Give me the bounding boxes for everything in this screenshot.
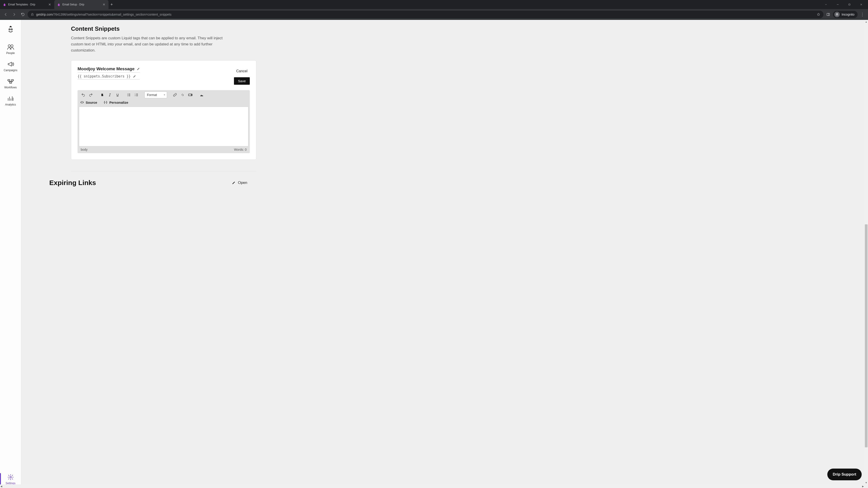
chevron-down-icon[interactable] xyxy=(821,1,831,8)
svg-rect-12 xyxy=(9,82,12,84)
button-insert-icon[interactable] xyxy=(187,92,194,98)
source-tab[interactable]: Source xyxy=(80,101,97,104)
people-icon xyxy=(7,44,14,50)
snippet-card: Moodjoy Welcome Message {{ snippets.Subs… xyxy=(71,60,256,160)
tab-strip: Email Templates · Drip ✕ Email Setup · D… xyxy=(0,0,819,9)
braces-icon xyxy=(103,101,107,104)
snippet-tag-field[interactable]: {{ snippets.Subscribers }} xyxy=(78,74,140,79)
sidebar-item-campaigns[interactable]: Campaigns xyxy=(0,58,21,75)
sidebar-item-label: Campaigns xyxy=(4,69,18,72)
panel-icon[interactable] xyxy=(825,11,832,18)
pencil-icon[interactable] xyxy=(137,67,140,70)
svg-point-23 xyxy=(106,102,106,103)
close-icon[interactable]: ✕ xyxy=(102,3,106,6)
svg-point-9 xyxy=(11,45,13,47)
scroll-left-arrow[interactable]: ◀ xyxy=(0,485,2,488)
snippet-name-field[interactable]: Moodjoy Welcome Message xyxy=(78,66,140,72)
svg-point-16 xyxy=(127,96,128,96)
editor-body[interactable] xyxy=(79,107,248,147)
section-description: Content Snippets are custom Liquid tags … xyxy=(71,35,229,54)
drip-logo[interactable] xyxy=(7,25,14,34)
pencil-icon xyxy=(232,181,236,185)
cancel-button[interactable]: Cancel xyxy=(234,68,250,74)
incognito-icon xyxy=(834,12,840,17)
scrollbar-thumb[interactable] xyxy=(865,224,868,447)
new-tab-button[interactable]: + xyxy=(108,0,115,9)
editor-toolbar: 123 Format xyxy=(78,90,250,100)
tab-email-templates[interactable]: Email Templates · Drip ✕ xyxy=(0,0,54,9)
megaphone-icon xyxy=(7,61,14,67)
browser-titlebar: Email Templates · Drip ✕ Email Setup · D… xyxy=(0,0,868,9)
close-icon[interactable]: ✕ xyxy=(48,3,52,6)
tab-title: Email Setup · Drip xyxy=(62,3,100,6)
maximize-button[interactable] xyxy=(844,1,855,8)
scroll-down-arrow[interactable]: ▼ xyxy=(864,481,868,484)
image-icon[interactable] xyxy=(198,92,205,98)
back-button[interactable] xyxy=(2,11,9,18)
reload-button[interactable] xyxy=(19,11,27,18)
svg-rect-1 xyxy=(827,13,830,16)
expiring-links-title: Expiring Links xyxy=(49,179,96,187)
svg-point-22 xyxy=(105,102,106,103)
sidebar-item-people[interactable]: People xyxy=(0,41,21,58)
undo-icon[interactable] xyxy=(80,92,87,98)
svg-rect-0 xyxy=(849,4,850,5)
snippet-name-text: Moodjoy Welcome Message xyxy=(78,66,134,71)
unlink-icon[interactable] xyxy=(179,92,186,98)
drip-favicon xyxy=(3,3,6,6)
sidebar-item-workflows[interactable]: Workflows xyxy=(0,75,21,92)
support-widget[interactable]: Drip Support xyxy=(827,468,862,480)
menu-button[interactable]: ⋮ xyxy=(859,12,866,17)
minimize-button[interactable] xyxy=(833,1,843,8)
sidebar-item-label: People xyxy=(6,52,15,55)
svg-point-7 xyxy=(11,29,12,30)
bookmark-star-icon[interactable] xyxy=(817,13,820,16)
window-controls xyxy=(819,1,868,8)
incognito-label: Incognito xyxy=(842,13,855,16)
svg-point-3 xyxy=(837,14,838,15)
underline-icon[interactable] xyxy=(114,92,121,98)
browser-toolbar: getdrip.com/7641396/settings/email?secti… xyxy=(0,9,868,20)
svg-point-15 xyxy=(127,94,128,95)
vertical-scrollbar[interactable]: ▲ ▼ xyxy=(864,20,868,484)
address-bar[interactable]: getdrip.com/7641396/settings/email?secti… xyxy=(28,11,824,18)
url-text: getdrip.com/7641396/settings/email?secti… xyxy=(36,13,814,16)
link-icon[interactable] xyxy=(172,92,178,98)
svg-point-2 xyxy=(836,14,837,15)
snippet-liquid-tag: {{ snippets.Subscribers }} xyxy=(78,74,131,78)
analytics-icon xyxy=(7,95,14,102)
svg-text:3: 3 xyxy=(135,95,135,96)
bold-icon[interactable] xyxy=(99,92,105,98)
open-button[interactable]: Open xyxy=(232,181,247,185)
workflow-icon xyxy=(7,78,14,85)
save-button[interactable]: Save xyxy=(234,77,250,85)
section-title: Content Snippets xyxy=(71,25,256,32)
tab-title: Email Templates · Drip xyxy=(8,3,46,6)
incognito-badge[interactable]: Incognito xyxy=(833,11,858,18)
svg-point-14 xyxy=(127,94,128,94)
close-window-button[interactable] xyxy=(856,1,866,8)
sidebar-item-analytics[interactable]: Analytics xyxy=(0,92,21,109)
redo-icon[interactable] xyxy=(88,92,94,98)
svg-point-21 xyxy=(105,102,105,103)
italic-icon[interactable] xyxy=(106,92,113,98)
scroll-right-arrow[interactable]: ▶ xyxy=(862,485,864,488)
main-content: Content Snippets Content Snippets are cu… xyxy=(21,20,868,488)
app-sidebar: People Campaigns Workflows Analytics Set… xyxy=(0,20,21,488)
sidebar-item-label: Workflows xyxy=(4,86,17,89)
rich-text-editor: 123 Format xyxy=(78,90,250,153)
drip-favicon xyxy=(57,3,61,6)
horizontal-scrollbar[interactable]: ◀ ▶ xyxy=(0,484,864,488)
personalize-tab[interactable]: Personalize xyxy=(103,101,128,104)
bullet-list-icon[interactable] xyxy=(125,92,132,98)
pencil-icon[interactable] xyxy=(133,75,136,78)
gear-icon xyxy=(7,474,14,480)
forward-button[interactable] xyxy=(10,11,18,18)
svg-point-6 xyxy=(9,29,10,30)
tab-email-setup[interactable]: Email Setup · Drip ✕ xyxy=(54,0,108,9)
format-dropdown[interactable]: Format xyxy=(145,92,167,98)
code-icon xyxy=(80,101,84,104)
numbered-list-icon[interactable]: 123 xyxy=(133,92,140,98)
scroll-up-arrow[interactable]: ▲ xyxy=(864,20,868,24)
lock-icon xyxy=(31,13,34,16)
